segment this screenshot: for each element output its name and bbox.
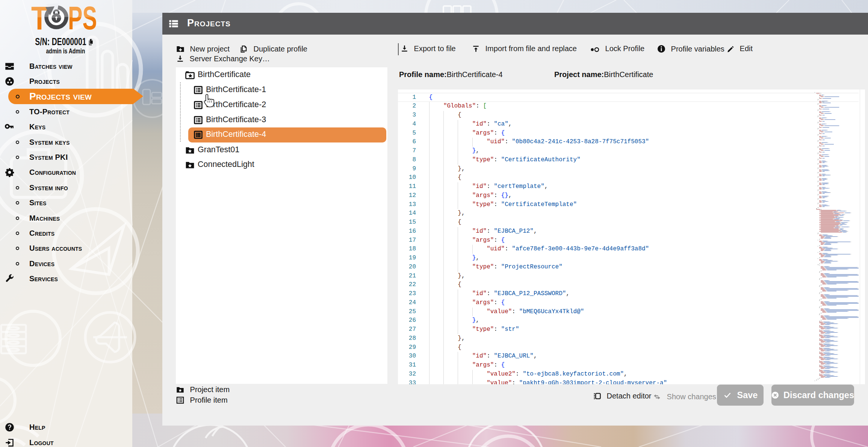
svg-text:PS: PS	[68, 3, 97, 30]
